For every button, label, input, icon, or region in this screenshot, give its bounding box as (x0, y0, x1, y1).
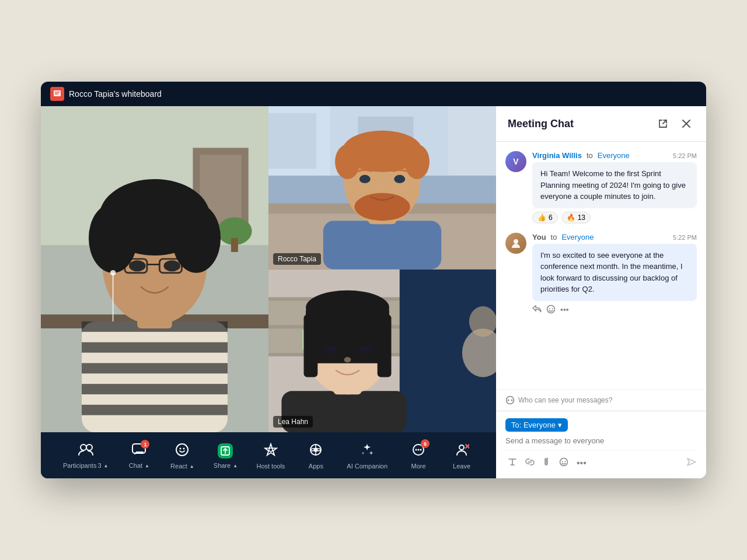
sender-name-2: You (532, 233, 546, 242)
name-tag-p2: Rocco Tapia (273, 253, 321, 265)
attachment-button[interactable] (540, 455, 553, 471)
svg-rect-9 (231, 238, 238, 252)
svg-point-52 (394, 175, 405, 183)
svg-point-88 (418, 449, 420, 451)
svg-point-64 (469, 306, 496, 337)
svg-point-90 (459, 445, 464, 450)
react-label: React (170, 463, 187, 470)
svg-point-104 (562, 461, 563, 462)
format-text-button[interactable] (505, 456, 519, 471)
more-chat-options-button[interactable]: ••• (574, 456, 589, 471)
reaction-fire[interactable]: 🔥 13 (561, 212, 591, 223)
popout-button[interactable] (655, 116, 671, 132)
chat-icon: 1 (132, 443, 146, 460)
svg-rect-14 (82, 363, 228, 373)
title-bar-title: Rocco Tapia's whiteboard (69, 89, 162, 99)
svg-rect-70 (303, 314, 317, 377)
svg-point-82 (269, 448, 273, 452)
video-cell-participant2: Rocco Tapia (268, 106, 496, 270)
svg-point-97 (547, 305, 555, 313)
react-button[interactable]: React ▲ (162, 438, 203, 474)
svg-point-102 (511, 400, 513, 401)
svg-point-78 (176, 444, 188, 456)
svg-rect-13 (82, 342, 228, 353)
leave-icon (454, 443, 469, 460)
svg-point-23 (151, 197, 193, 232)
svg-point-50 (354, 193, 410, 221)
more-badge: 6 (421, 439, 430, 448)
whiteboard-icon (50, 87, 64, 101)
svg-point-69 (306, 290, 389, 325)
svg-point-87 (416, 449, 417, 451)
emoji-chat-button[interactable] (557, 455, 571, 471)
avatar-you (505, 233, 526, 254)
svg-point-48 (335, 144, 360, 179)
avatar-virginia: V (505, 151, 526, 172)
share-icon (218, 443, 233, 460)
recipient-selector-button[interactable]: To: Everyone ▾ (505, 418, 568, 432)
svg-rect-37 (448, 106, 496, 176)
message-bubble-2: I'm so excited to see everyone at the co… (532, 244, 697, 301)
svg-point-75 (81, 444, 86, 450)
video-grid: Rocco Tapia (41, 106, 496, 432)
recipient-selector-wrapper: To: Everyone ▾ (505, 418, 697, 436)
message-group-2: You to Everyone 5:22 PM I'm so excited t… (505, 233, 697, 316)
chat-button[interactable]: 1 Chat ▲ (118, 439, 159, 474)
more-label: More (411, 463, 426, 470)
more-button[interactable]: 6 More (398, 438, 439, 474)
chat-input-row (505, 436, 697, 445)
svg-rect-71 (378, 314, 392, 377)
message-group-1: V Virginia Willis to Everyone 5:22 PM Hi… (505, 151, 697, 223)
svg-point-103 (560, 459, 568, 466)
chat-messages: V Virginia Willis to Everyone 5:22 PM Hi… (496, 142, 706, 389)
reaction-thumbs[interactable]: 👍 6 (532, 212, 558, 223)
toolbar: Participants 3 ▲ 1 Chat (41, 432, 496, 478)
chat-panel: Meeting Chat (496, 106, 706, 478)
svg-rect-38 (268, 113, 316, 169)
svg-point-96 (514, 239, 518, 244)
emoji-btn[interactable] (546, 304, 556, 316)
participants-button[interactable]: Participants 3 ▲ (55, 439, 117, 474)
svg-rect-15 (82, 384, 228, 394)
msg-actions-2: ••• (532, 304, 697, 316)
video-cell-participant3: Lea Hahn (268, 270, 496, 433)
name-tag-p3: Lea Hahn (273, 416, 313, 428)
participants-icon (78, 443, 93, 460)
link-button[interactable] (523, 456, 537, 471)
share-button[interactable]: Share ▲ (205, 439, 246, 474)
video-area: Rocco Tapia (41, 106, 496, 478)
recipient-chevron: ▾ (558, 421, 562, 429)
close-chat-button[interactable] (678, 116, 694, 132)
ai-companion-button[interactable]: AI Companion (338, 438, 396, 474)
chat-header: Meeting Chat (496, 106, 706, 142)
share-label: Share (214, 462, 231, 469)
svg-point-100 (507, 397, 514, 404)
host-tools-button[interactable]: Host tools (248, 438, 293, 474)
msg-time-2: 5:22 PM (673, 234, 697, 241)
leave-button[interactable]: Leave (441, 438, 482, 474)
apps-icon (309, 443, 323, 460)
reactions-1: 👍 6 🔥 13 (532, 212, 697, 223)
send-button[interactable] (686, 457, 697, 469)
svg-point-79 (180, 448, 181, 450)
chat-badge: 1 (141, 440, 149, 449)
svg-point-105 (565, 461, 566, 462)
svg-point-32 (110, 270, 116, 276)
app-window: Rocco Tapia's whiteboard (41, 82, 706, 478)
main-content: Rocco Tapia (41, 106, 706, 478)
apps-button[interactable]: Apps (295, 438, 336, 474)
sender-name-1: Virginia Willis (532, 151, 582, 160)
more-msg-btn[interactable]: ••• (560, 304, 569, 316)
to-label-2: to (551, 233, 557, 242)
chat-title: Meeting Chat (508, 118, 574, 130)
svg-point-101 (508, 400, 509, 401)
chat-toolbar: ••• (505, 450, 697, 471)
chat-input[interactable] (505, 436, 697, 445)
svg-point-89 (420, 449, 422, 451)
message-meta-1: Virginia Willis to Everyone 5:22 PM (532, 151, 697, 160)
svg-point-72 (324, 345, 336, 353)
svg-point-80 (183, 448, 185, 450)
reply-btn[interactable] (532, 304, 542, 316)
svg-point-99 (552, 308, 553, 309)
ai-companion-label: AI Companion (347, 463, 388, 470)
